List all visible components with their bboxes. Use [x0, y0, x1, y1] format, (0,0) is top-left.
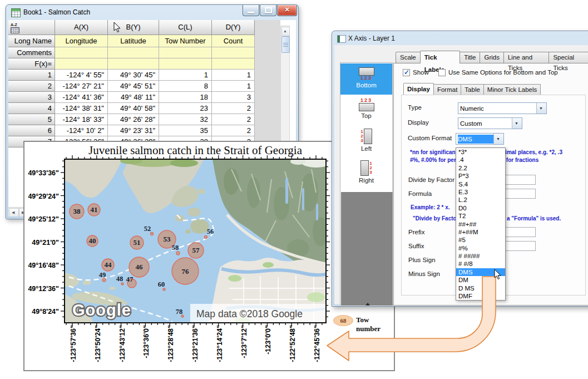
- data-cell[interactable]: 8: [159, 81, 212, 92]
- data-cell[interactable]: 2: [212, 114, 255, 125]
- data-cell[interactable]: 3: [212, 92, 255, 103]
- spec-cell[interactable]: Longitude: [55, 35, 108, 47]
- show-checkbox[interactable]: [403, 69, 410, 76]
- chevron-down-icon[interactable]: [536, 103, 546, 114]
- data-cell[interactable]: 49° 26' 28": [108, 114, 159, 125]
- dropdown-item-16[interactable]: DM: [456, 276, 505, 284]
- data-cell[interactable]: -124° 10' 2": [55, 125, 108, 136]
- tab-grids[interactable]: Grids: [480, 52, 503, 63]
- spec-cell[interactable]: [212, 47, 255, 58]
- example-line1: Example: 2 * x.: [411, 204, 450, 210]
- dropdown-item-12[interactable]: #%: [456, 244, 505, 252]
- minimize-button[interactable]: [243, 5, 259, 16]
- dropdown-item-5[interactable]: E.3: [456, 188, 505, 196]
- data-cell[interactable]: 49° 40' 58": [108, 103, 159, 114]
- spec-cell[interactable]: [212, 58, 255, 70]
- sidebar-item-left[interactable]: 123 Left: [340, 125, 392, 157]
- dropdown-item-17[interactable]: D MS: [456, 284, 505, 292]
- sidebar-item-top[interactable]: 123 Top: [340, 95, 392, 125]
- row-number-cell[interactable]: 6: [8, 125, 55, 136]
- row-number-cell[interactable]: 4: [8, 103, 55, 114]
- custom-format-dropdown[interactable]: DMS: [456, 133, 504, 145]
- data-cell[interactable]: 1: [212, 70, 255, 81]
- spec-cell[interactable]: [108, 58, 159, 70]
- tab-special-ticks[interactable]: Special Ticks: [549, 52, 588, 63]
- dropdown-item-10[interactable]: #+##M: [456, 228, 505, 236]
- chevron-down-icon[interactable]: [512, 118, 522, 129]
- dropdown-item-15[interactable]: DMS: [456, 268, 505, 276]
- dropdown-item-13[interactable]: # ##/##: [456, 252, 505, 260]
- dropdown-item-0[interactable]: *3*: [456, 148, 505, 156]
- dropdown-item-8[interactable]: T2: [456, 212, 505, 220]
- type-dropdown[interactable]: Numeric: [458, 102, 547, 114]
- column-header-A(X)[interactable]: A(X): [55, 20, 108, 35]
- data-cell[interactable]: 49° 45' 51": [108, 81, 159, 92]
- row-number-cell[interactable]: 5: [8, 114, 55, 125]
- data-cell[interactable]: 49° 48' 11": [108, 92, 159, 103]
- spec-cell[interactable]: Latitude: [108, 35, 159, 47]
- restore-button[interactable]: [260, 5, 276, 16]
- data-cell[interactable]: 2: [212, 125, 255, 136]
- data-cell[interactable]: 1: [212, 81, 255, 92]
- scroll-left-button[interactable]: [9, 208, 19, 216]
- subtab-table[interactable]: Table: [461, 84, 484, 95]
- row-label-cell[interactable]: F(x)=: [8, 58, 55, 70]
- axis-dialog-title: X Axis - Layer 1: [348, 35, 395, 42]
- sidebar-item-right[interactable]: 123 Right: [340, 157, 392, 189]
- row-label-cell[interactable]: Comments: [8, 47, 55, 58]
- dropdown-item-4[interactable]: S.4: [456, 180, 505, 188]
- data-cell[interactable]: 23: [159, 103, 212, 114]
- dropdown-item-1[interactable]: .4: [456, 156, 505, 164]
- spec-cell[interactable]: [159, 47, 212, 58]
- row-number-cell[interactable]: 1: [8, 70, 55, 81]
- chevron-down-icon[interactable]: [493, 134, 503, 144]
- column-header-D(Y)[interactable]: D(Y): [212, 20, 255, 35]
- tab-tick-labels[interactable]: Tick Labels: [420, 51, 460, 63]
- spec-cell[interactable]: [159, 58, 212, 70]
- spec-cell[interactable]: [55, 47, 108, 58]
- tab-scale[interactable]: Scale: [396, 52, 421, 63]
- data-cell[interactable]: -124° 41' 36": [55, 92, 108, 103]
- dropdown-item-2[interactable]: 2.2: [456, 164, 505, 172]
- dropdown-item-18[interactable]: DMF: [456, 292, 505, 300]
- column-header-B(Y)[interactable]: B(Y): [108, 20, 159, 35]
- data-cell[interactable]: 2: [212, 103, 255, 114]
- close-button[interactable]: [277, 5, 297, 16]
- column-header-C(L)[interactable]: C(L): [159, 20, 212, 35]
- row-label-cell[interactable]: Long Name: [8, 35, 55, 47]
- row-number-cell[interactable]: 2: [8, 81, 55, 92]
- spec-cell[interactable]: Tow Number: [159, 35, 212, 47]
- corner-header-cell[interactable]: [8, 20, 55, 35]
- subtab-format[interactable]: Format: [434, 84, 461, 95]
- data-cell[interactable]: -124° 4' 55": [55, 70, 108, 81]
- data-cell[interactable]: -124° 18' 33": [55, 114, 108, 125]
- vertical-scrollbar-thumb[interactable]: [281, 36, 290, 53]
- tab-title[interactable]: Title: [460, 52, 480, 63]
- data-cell[interactable]: -124° 27' 21": [55, 81, 108, 92]
- sidebar-item-bottom[interactable]: 123 Bottom: [340, 63, 392, 95]
- data-cell[interactable]: 35: [159, 125, 212, 136]
- spec-cell[interactable]: [108, 47, 159, 58]
- subtab-minor-tick-labels[interactable]: Minor Tick Labels: [484, 84, 541, 95]
- scroll-up-button[interactable]: [281, 27, 290, 36]
- same-options-checkbox[interactable]: [438, 69, 446, 76]
- dropdown-item-6[interactable]: L.2: [456, 196, 505, 204]
- dropdown-item-9[interactable]: ##+##: [456, 220, 505, 228]
- dropdown-item-14[interactable]: # #/8: [456, 260, 505, 268]
- spec-cell[interactable]: [55, 58, 108, 70]
- spec-cell[interactable]: Count: [212, 35, 255, 47]
- dropdown-item-11[interactable]: #5: [456, 236, 505, 244]
- data-cell[interactable]: 49° 23' 31": [108, 125, 159, 136]
- data-cell[interactable]: 18: [159, 92, 212, 103]
- data-cell[interactable]: 32: [159, 114, 212, 125]
- subtab-display[interactable]: Display: [403, 83, 434, 95]
- row-number-cell[interactable]: 3: [8, 92, 55, 103]
- data-cell[interactable]: 49° 30' 45": [108, 70, 159, 81]
- data-cell[interactable]: -124° 38' 31": [55, 103, 108, 114]
- dropdown-item-7[interactable]: D0: [456, 204, 505, 212]
- dropdown-item-3[interactable]: P*3: [456, 172, 505, 180]
- tow-bubble-58: [176, 252, 180, 255]
- data-cell[interactable]: 1: [159, 70, 212, 81]
- display-dropdown[interactable]: Custom: [458, 117, 522, 129]
- tab-line-and-ticks[interactable]: Line and Ticks: [504, 52, 549, 63]
